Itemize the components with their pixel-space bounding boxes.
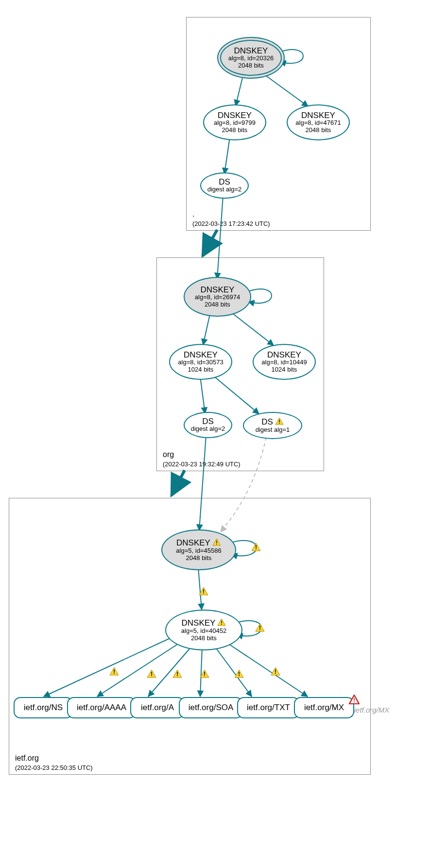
warning-icon: ! (172, 669, 182, 680)
svg-text:!: ! (238, 671, 240, 678)
zone-root-label: . (192, 210, 194, 219)
rr-soa-label: ietf.org/SOA (189, 703, 234, 713)
error-icon: ! (349, 695, 360, 706)
svg-text:!: ! (221, 620, 223, 626)
node-org-ds2[interactable]: DS ! digest alg=1 (243, 412, 302, 439)
svg-text:!: ! (216, 540, 218, 545)
node-root-ksk-title: DNSKEY (234, 47, 268, 55)
node-root-zsk1-title: DNSKEY (218, 111, 252, 119)
rr-aaaa-label: ietf.org/AAAA (77, 703, 126, 713)
rr-ns-label: ietf.org/NS (24, 703, 63, 713)
node-ietf-ksk-l3: 2048 bits (186, 555, 212, 562)
node-root-zsk1-l2: alg=8, id=9799 (214, 119, 256, 126)
rr-a[interactable]: ietf.org/A (130, 697, 185, 718)
rr-mx-error-label: ietf.org/MX (354, 706, 390, 714)
node-org-ds2-l2: digest alg=1 (256, 426, 290, 433)
svg-text:!: ! (176, 671, 178, 678)
warning-icon: ! (200, 669, 209, 680)
rr-aaaa[interactable]: ietf.org/AAAA (67, 697, 136, 718)
node-org-zsk1-l3: 1024 bits (188, 366, 214, 373)
svg-text:!: ! (151, 671, 153, 678)
diagram-canvas: . (2022-03-23 17:23:42 UTC) org (2022-03… (0, 0, 430, 868)
node-ietf-zsk-title: DNSKEY (182, 619, 216, 627)
warning-icon: ! (212, 538, 221, 547)
svg-text:!: ! (204, 671, 206, 678)
node-org-ksk[interactable]: DNSKEY alg=8, id=26974 2048 bits (184, 277, 251, 317)
warning-icon: ! (217, 618, 226, 628)
node-root-zsk2-l2: alg=8, id=47671 (295, 119, 341, 126)
warning-icon: ! (147, 669, 156, 680)
warning-icon: ! (255, 623, 265, 634)
node-org-ds1-title: DS (202, 417, 214, 425)
node-org-ds2-title: DS (261, 418, 273, 426)
rr-txt[interactable]: ietf.org/TXT (237, 697, 300, 718)
warning-icon: ! (275, 417, 284, 426)
rr-mx-label: ietf.org/MX (304, 703, 344, 713)
node-root-zsk2[interactable]: DNSKEY alg=8, id=47671 2048 bits (287, 104, 350, 140)
node-root-zsk2-l3: 2048 bits (306, 127, 331, 134)
node-org-ds1[interactable]: DS digest alg=2 (184, 412, 232, 438)
node-root-ksk[interactable]: DNSKEY alg=8, id=20326 2048 bits (217, 37, 285, 79)
zone-root-time: (2022-03-23 17:23:42 UTC) (192, 220, 270, 227)
node-org-zsk2-l2: alg=8, id=10449 (261, 359, 307, 366)
node-root-ksk-l2: alg=8, id=20326 (228, 55, 274, 62)
svg-text:!: ! (255, 544, 257, 551)
warning-icon: ! (271, 667, 280, 678)
rr-a-label: ietf.org/A (141, 703, 174, 713)
rr-soa[interactable]: ietf.org/SOA (179, 697, 243, 718)
rr-mx-error[interactable]: ietf.org/MX (345, 706, 398, 714)
zone-org-time: (2022-03-23 19:32:49 UTC) (163, 460, 241, 468)
warning-icon: ! (234, 669, 244, 680)
node-root-zsk2-title: DNSKEY (301, 111, 335, 119)
node-ietf-ksk-title: DNSKEY (176, 539, 210, 547)
zone-org-label: org (163, 450, 174, 459)
zone-ietf-label: ietf.org (15, 754, 39, 763)
svg-text:!: ! (275, 668, 276, 675)
warning-icon: ! (199, 587, 208, 597)
node-root-ds-title: DS (219, 178, 230, 186)
node-org-ksk-l2: alg=8, id=26974 (195, 294, 240, 301)
node-org-ksk-l3: 2048 bits (205, 301, 230, 308)
svg-text:!: ! (113, 668, 115, 675)
node-org-zsk1-title: DNSKEY (184, 351, 218, 359)
warning-icon: ! (109, 667, 119, 678)
node-org-zsk2-l3: 1024 bits (272, 366, 297, 373)
node-org-zsk2-title: DNSKEY (267, 351, 301, 359)
node-ietf-zsk-l3: 2048 bits (191, 635, 217, 642)
node-org-zsk1[interactable]: DNSKEY alg=8, id=30573 1024 bits (169, 344, 232, 380)
node-root-zsk1[interactable]: DNSKEY alg=8, id=9799 2048 bits (203, 104, 266, 140)
node-org-zsk2[interactable]: DNSKEY alg=8, id=10449 1024 bits (253, 344, 316, 380)
svg-text:!: ! (353, 697, 355, 704)
node-ietf-zsk-l2: alg=5, id=40452 (181, 628, 226, 634)
warning-icon: ! (251, 543, 261, 553)
node-root-ds-l2: digest alg=2 (207, 186, 241, 193)
node-ietf-zsk[interactable]: DNSKEY ! alg=5, id=40452 2048 bits (165, 610, 242, 650)
node-root-ksk-l3: 2048 bits (238, 62, 264, 69)
node-root-zsk1-l3: 2048 bits (222, 127, 248, 134)
node-root-ds[interactable]: DS digest alg=2 (200, 172, 249, 199)
svg-text:!: ! (278, 419, 280, 425)
node-org-ds1-l2: digest alg=2 (191, 425, 225, 432)
rr-ns[interactable]: ietf.org/NS (14, 697, 73, 718)
node-ietf-ksk-l2: alg=5, id=45586 (176, 547, 221, 554)
node-ietf-ksk[interactable]: DNSKEY ! alg=5, id=45586 2048 bits (161, 529, 236, 570)
zone-ietf-time: (2022-03-23 22:50:35 UTC) (15, 764, 93, 771)
node-org-ksk-title: DNSKEY (201, 286, 235, 294)
svg-text:!: ! (203, 588, 205, 595)
svg-text:!: ! (259, 625, 261, 631)
rr-txt-label: ietf.org/TXT (247, 703, 290, 713)
node-org-zsk1-l2: alg=8, id=30573 (178, 359, 223, 366)
